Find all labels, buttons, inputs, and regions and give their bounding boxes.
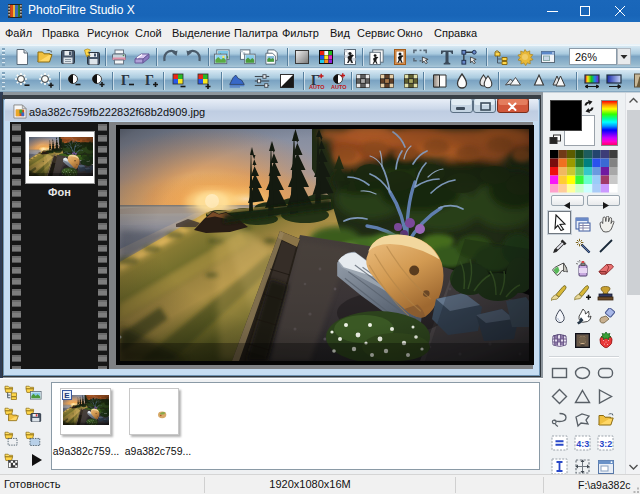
svg-text:3:2: 3:2 [599, 439, 612, 449]
svg-text:Γ: Γ [145, 73, 154, 88]
svg-text:AUTO: AUTO [331, 84, 347, 90]
svg-text:4:3: 4:3 [576, 439, 589, 449]
svg-text:AUTO: AUTO [309, 84, 325, 90]
svg-text:Γ: Γ [121, 73, 130, 88]
